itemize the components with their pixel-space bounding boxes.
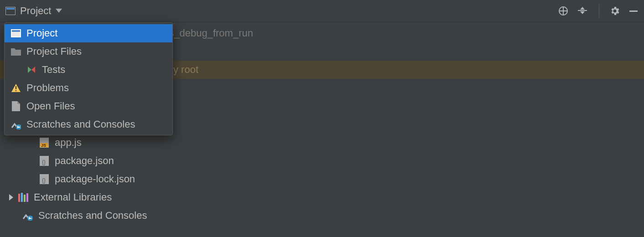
folder-icon: [11, 47, 21, 56]
project-view-icon: [11, 29, 21, 37]
scratches-row[interactable]: Scratches and Consoles: [0, 206, 644, 225]
scratches-icon: [22, 211, 34, 221]
svg-rect-21: [24, 195, 26, 202]
tests-icon: [26, 65, 36, 74]
scratches-label: Scratches and Consoles: [38, 206, 147, 225]
svg-rect-40: [18, 127, 20, 128]
svg-rect-19: [18, 194, 20, 202]
dropdown-item-open-files[interactable]: Open Files: [5, 97, 172, 115]
file-label: package.json: [55, 152, 114, 170]
svg-marker-31: [31, 67, 35, 73]
file-icon: [11, 101, 21, 111]
dropdown-item-label: Project: [26, 27, 57, 39]
svg-rect-22: [26, 193, 28, 202]
json-file-icon: {}: [38, 174, 50, 184]
svg-marker-18: [9, 194, 13, 201]
file-package-json[interactable]: {} package.json: [0, 152, 644, 170]
file-label: app.js: [55, 134, 82, 152]
svg-rect-20: [21, 193, 23, 202]
dropdown-item-scratches[interactable]: Scratches and Consoles: [5, 115, 172, 134]
svg-rect-9: [629, 10, 638, 12]
svg-text:{}: {}: [42, 159, 46, 165]
svg-marker-30: [28, 67, 31, 73]
dropdown-item-label: Project Files: [26, 46, 82, 57]
svg-rect-25: [29, 217, 30, 219]
hide-button[interactable]: [628, 6, 639, 16]
dropdown-item-problems[interactable]: Problems: [5, 79, 172, 97]
dropdown-item-project-files[interactable]: Project Files: [5, 42, 172, 61]
collapse-chevron-icon[interactable]: [6, 194, 16, 201]
dropdown-item-label: Tests: [42, 64, 65, 76]
toolbar-separator: [599, 4, 599, 18]
svg-marker-2: [56, 9, 62, 13]
select-opened-file-button[interactable]: [558, 5, 569, 16]
json-file-icon: {}: [38, 156, 50, 166]
svg-rect-29: [12, 32, 20, 36]
file-label: package-lock.json: [55, 170, 135, 188]
project-tool-window-toolbar: Project: [0, 0, 644, 22]
project-view-selector-label: Project: [20, 5, 51, 17]
svg-rect-28: [12, 30, 20, 32]
svg-rect-34: [16, 90, 16, 91]
project-view-dropdown[interactable]: Project Project Files Tests Problems Ope…: [4, 22, 173, 135]
svg-marker-7: [580, 7, 585, 10]
svg-rect-26: [30, 218, 31, 219]
external-libraries-label: External Libraries: [34, 188, 112, 206]
external-libraries-row[interactable]: External Libraries: [0, 188, 644, 206]
file-package-lock-json[interactable]: {} package-lock.json: [0, 170, 644, 188]
svg-rect-39: [17, 126, 18, 128]
js-file-icon: JS: [38, 138, 50, 148]
chevron-down-icon: [56, 9, 62, 13]
svg-marker-8: [580, 11, 585, 14]
project-view-icon: [5, 7, 16, 15]
svg-rect-1: [6, 8, 15, 10]
settings-button[interactable]: [609, 5, 620, 16]
dropdown-item-label: Open Files: [26, 100, 75, 112]
dropdown-item-label: Problems: [26, 82, 69, 94]
collapse-all-button[interactable]: [577, 5, 588, 16]
dropdown-item-project[interactable]: Project: [5, 24, 172, 42]
svg-text:JS: JS: [41, 143, 46, 148]
warning-icon: [11, 83, 21, 93]
dropdown-item-tests[interactable]: Tests: [5, 61, 172, 79]
svg-marker-36: [17, 101, 20, 104]
svg-rect-33: [16, 86, 16, 89]
dropdown-item-label: Scratches and Consoles: [26, 118, 135, 130]
file-app-js[interactable]: JS app.js: [0, 134, 644, 152]
library-root-suffix: y root: [173, 61, 198, 79]
svg-text:{}: {}: [42, 177, 46, 184]
libraries-icon: [17, 193, 29, 202]
project-view-selector[interactable]: Project: [20, 5, 62, 17]
scratches-icon: [11, 119, 21, 129]
